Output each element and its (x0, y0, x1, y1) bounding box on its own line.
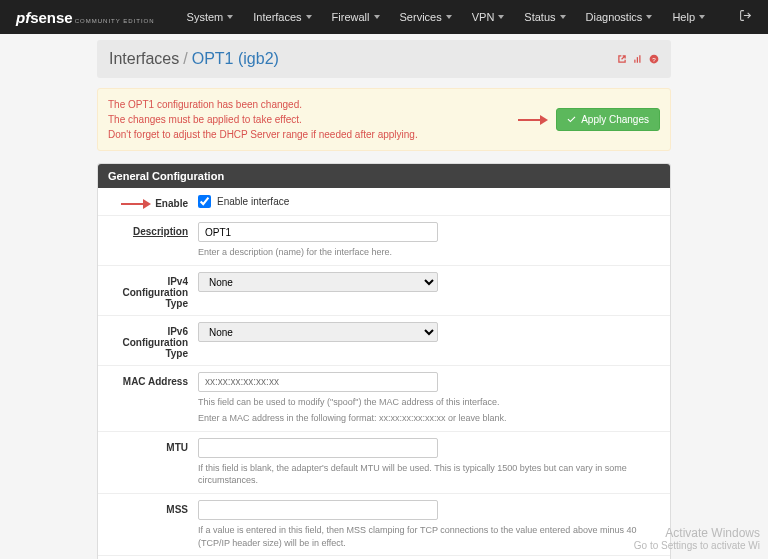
ipv4-select[interactable]: None (198, 272, 438, 292)
enable-content: Enable interface (198, 194, 660, 209)
ipv6-label: IPv6 Configuration Type (108, 322, 198, 359)
page-container: Interfaces / OPT1 (igb2) ? The OPT1 conf… (97, 40, 671, 559)
description-content: Enter a description (name) for the inter… (198, 222, 660, 259)
check-icon (567, 115, 576, 124)
help-icon[interactable]: ? (649, 54, 659, 64)
nav-diagnostics[interactable]: Diagnostics (578, 5, 661, 29)
alert-messages: The OPT1 configuration has been changed.… (108, 97, 418, 142)
description-label: Description (108, 222, 198, 259)
caret-down-icon (498, 15, 504, 19)
stats-icon[interactable] (633, 54, 643, 64)
caret-down-icon (446, 15, 452, 19)
page-header: Interfaces / OPT1 (igb2) ? (97, 40, 671, 78)
nav-label: Services (400, 11, 442, 23)
caret-down-icon (306, 15, 312, 19)
row-mtu: MTU If this field is blank, the adapter'… (98, 431, 670, 493)
logout-icon[interactable] (739, 9, 752, 25)
mtu-input[interactable] (198, 438, 438, 458)
mtu-help: If this field is blank, the adapter's de… (198, 462, 660, 487)
ipv6-select[interactable]: None (198, 322, 438, 342)
description-input[interactable] (198, 222, 438, 242)
nav-firewall[interactable]: Firewall (324, 5, 388, 29)
nav-interfaces[interactable]: Interfaces (245, 5, 319, 29)
svg-rect-0 (634, 60, 635, 63)
top-navbar: pfsense COMMUNITY EDITION System Interfa… (0, 0, 768, 34)
nav-vpn[interactable]: VPN (464, 5, 513, 29)
apply-changes-button[interactable]: Apply Changes (556, 108, 660, 131)
caret-down-icon (560, 15, 566, 19)
nav-status[interactable]: Status (516, 5, 573, 29)
row-ipv6: IPv6 Configuration Type None (98, 315, 670, 365)
nav-services[interactable]: Services (392, 5, 460, 29)
svg-rect-2 (639, 55, 640, 63)
brand-subtitle: COMMUNITY EDITION (75, 18, 155, 24)
brand-pf: pf (16, 9, 30, 26)
header-icons: ? (617, 54, 659, 64)
ipv4-content: None (198, 272, 660, 309)
enable-label: Enable (155, 198, 188, 209)
general-config-panel: General Configuration Enable Enable inte… (97, 163, 671, 559)
enable-label-wrap: Enable (108, 194, 198, 209)
annotation-arrow-icon (518, 116, 548, 124)
svg-rect-1 (637, 57, 638, 63)
nav-label: VPN (472, 11, 495, 23)
brand-logo[interactable]: pfsense COMMUNITY EDITION (16, 9, 155, 26)
nav-label: Interfaces (253, 11, 301, 23)
alert-line: The OPT1 configuration has been changed. (108, 97, 418, 112)
nav-label: System (187, 11, 224, 23)
description-help: Enter a description (name) for the inter… (198, 246, 660, 259)
nav-items: System Interfaces Firewall Services VPN … (179, 5, 739, 29)
enable-text: Enable interface (217, 196, 289, 207)
row-mss: MSS If a value is entered in this field,… (98, 493, 670, 555)
panel-body: Enable Enable interface Description Ente… (98, 188, 670, 559)
nav-label: Diagnostics (586, 11, 643, 23)
mac-help1: This field can be used to modify ("spoof… (198, 396, 660, 409)
mac-content: This field can be used to modify ("spoof… (198, 372, 660, 425)
nav-system[interactable]: System (179, 5, 242, 29)
nav-label: Firewall (332, 11, 370, 23)
ipv6-content: None (198, 322, 660, 359)
row-ipv4: IPv4 Configuration Type None (98, 265, 670, 315)
nav-label: Help (672, 11, 695, 23)
row-mac: MAC Address This field can be used to mo… (98, 365, 670, 431)
enable-checkbox[interactable] (198, 195, 211, 208)
apply-wrap: Apply Changes (518, 108, 660, 131)
mac-help2: Enter a MAC address in the following for… (198, 412, 660, 425)
brand-sense: sense (30, 9, 73, 26)
nav-help[interactable]: Help (664, 5, 713, 29)
apply-label: Apply Changes (581, 114, 649, 125)
annotation-arrow-icon (121, 200, 151, 208)
mss-help: If a value is entered in this field, the… (198, 524, 660, 549)
alert-line: The changes must be applied to take effe… (108, 112, 418, 127)
ipv4-label: IPv4 Configuration Type (108, 272, 198, 309)
mss-label: MSS (108, 500, 198, 549)
caret-down-icon (374, 15, 380, 19)
svg-text:?: ? (652, 56, 656, 63)
row-speed: Speed and Duplex Default (no preference,… (98, 555, 670, 559)
row-enable: Enable Enable interface (98, 188, 670, 215)
caret-down-icon (646, 15, 652, 19)
breadcrumb: Interfaces / OPT1 (igb2) (109, 50, 279, 68)
alert-line: Don't forget to adjust the DHCP Server r… (108, 127, 418, 142)
restart-icon[interactable] (617, 54, 627, 64)
page-title: Interfaces (109, 50, 179, 68)
changes-alert: The OPT1 configuration has been changed.… (97, 88, 671, 151)
breadcrumb-slash: / (183, 50, 187, 68)
caret-down-icon (699, 15, 705, 19)
page-subtitle: OPT1 (igb2) (192, 50, 279, 68)
mss-input[interactable] (198, 500, 438, 520)
mtu-label: MTU (108, 438, 198, 487)
panel-heading: General Configuration (98, 164, 670, 188)
mac-input[interactable] (198, 372, 438, 392)
caret-down-icon (227, 15, 233, 19)
row-description: Description Enter a description (name) f… (98, 215, 670, 265)
mss-content: If a value is entered in this field, the… (198, 500, 660, 549)
mtu-content: If this field is blank, the adapter's de… (198, 438, 660, 487)
nav-label: Status (524, 11, 555, 23)
mac-label: MAC Address (108, 372, 198, 425)
